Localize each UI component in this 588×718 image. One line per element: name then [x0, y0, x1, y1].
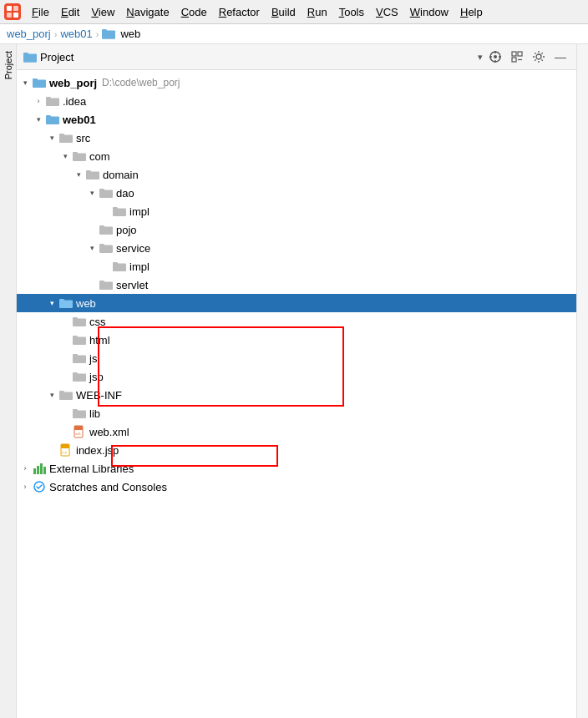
tree-label-service-impl: impl — [129, 260, 150, 273]
toggle-service[interactable]: ▾ — [85, 241, 99, 255]
menu-vcs[interactable]: VCS — [371, 4, 403, 20]
svg-rect-23 — [37, 466, 39, 474]
tree-label-servlet: servlet — [116, 279, 148, 291]
toggle-domain[interactable]: ▾ — [72, 168, 85, 181]
menu-build[interactable]: Build — [266, 4, 301, 20]
tree-label-webxml: web.xml — [89, 426, 129, 438]
tree-label-webinf: WEB-INF — [76, 389, 122, 402]
tree-label-web: web — [76, 297, 96, 310]
breadcrumb-item-webporj[interactable]: web_porj — [7, 28, 51, 40]
vertical-tab-project[interactable]: Project — [0, 44, 17, 718]
tree-label-service: service — [116, 242, 150, 255]
tree-label-src: src — [76, 132, 90, 144]
main-area: Project Project ▾ — [0, 44, 588, 718]
menu-help[interactable]: Help — [455, 4, 488, 20]
tree-item-webporj[interactable]: ▾ web_porj D:\code\web_porj — [17, 73, 576, 92]
tree-item-js[interactable]: › js — [17, 349, 576, 367]
folder-icon-servlet — [99, 277, 114, 292]
tree-label-pojo: pojo — [116, 224, 137, 236]
tree-label-jsp: jsp — [89, 371, 104, 383]
scratches-icon — [32, 479, 47, 494]
toggle-src[interactable]: ▾ — [45, 131, 58, 144]
menu-edit[interactable]: Edit — [56, 4, 84, 20]
folder-icon-web — [58, 296, 74, 311]
tree-item-external-libraries[interactable]: › External Libraries — [17, 459, 576, 478]
locate-icon-btn[interactable] — [486, 48, 504, 66]
tree-item-html[interactable]: › html — [17, 331, 576, 349]
folder-icon-com — [72, 149, 87, 164]
folder-icon-pojo — [99, 222, 114, 237]
svg-rect-13 — [512, 58, 516, 62]
locate-icon — [489, 50, 502, 63]
toggle-webporj[interactable]: ▾ — [18, 76, 32, 89]
menu-bar: File Edit View Navigate Code Refactor Bu… — [0, 0, 588, 24]
tree-label-domain: domain — [103, 169, 139, 181]
tree-item-dao[interactable]: ▾ dao — [17, 184, 576, 202]
menu-view[interactable]: View — [86, 4, 119, 20]
tree-item-web01[interactable]: ▾ web01 — [17, 110, 576, 129]
tree-path-webporj: D:\code\web_porj — [102, 77, 180, 88]
menu-code[interactable]: Code — [176, 4, 212, 20]
settings-btn[interactable] — [530, 48, 548, 66]
folder-icon-lib — [72, 406, 87, 421]
tree-label-web01: web01 — [63, 114, 96, 126]
toggle-dao[interactable]: ▾ — [85, 186, 99, 200]
tree-label-html: html — [89, 334, 110, 346]
panel-header: Project ▾ — [17, 44, 576, 70]
toggle-com[interactable]: ▾ — [58, 149, 72, 163]
toggle-scratches[interactable]: › — [18, 480, 32, 493]
tree-item-com[interactable]: ▾ com — [17, 147, 576, 165]
breadcrumb-item-web01[interactable]: web01 — [60, 28, 92, 40]
app-logo — [3, 3, 22, 21]
panel-dropdown[interactable]: ▾ — [478, 52, 483, 63]
tree-item-indexjsp[interactable]: › jsp index.jsp — [17, 441, 576, 459]
tree-item-idea[interactable]: › .idea — [17, 92, 576, 110]
menu-refactor[interactable]: Refactor — [214, 4, 265, 20]
svg-rect-22 — [33, 468, 36, 474]
menu-file[interactable]: File — [27, 4, 54, 20]
tree-label-lib: lib — [89, 407, 100, 420]
menu-tools[interactable]: Tools — [334, 4, 369, 20]
tree-item-scratches[interactable]: › Scratches and Consoles — [17, 478, 576, 496]
panel-folder-icon — [23, 52, 37, 63]
file-icon-webxml: xml — [72, 424, 87, 439]
svg-point-15 — [536, 54, 541, 59]
tree-item-pojo[interactable]: › pojo — [17, 220, 576, 239]
minimize-btn[interactable]: — — [551, 48, 570, 66]
folder-icon-dao — [99, 185, 114, 200]
tree-label-com: com — [89, 150, 110, 163]
tree-item-service[interactable]: ▾ service — [17, 239, 576, 257]
menu-window[interactable]: Window — [405, 4, 454, 20]
breadcrumb-item-web[interactable]: web — [120, 28, 140, 40]
toggle-idea[interactable]: › — [32, 94, 45, 108]
menu-navigate[interactable]: Navigate — [121, 4, 174, 20]
tree-label-idea: .idea — [63, 95, 86, 108]
tree-item-src[interactable]: ▾ src — [17, 129, 576, 147]
svg-rect-3 — [7, 13, 12, 18]
folder-icon-js — [72, 351, 87, 366]
toggle-web[interactable]: ▾ — [45, 296, 58, 310]
tree-item-lib[interactable]: › lib — [17, 404, 576, 422]
tree-item-webxml[interactable]: › xml web.xml — [17, 422, 576, 441]
svg-rect-25 — [43, 467, 46, 474]
tree-item-dao-impl[interactable]: › impl — [17, 202, 576, 220]
toggle-web01[interactable]: ▾ — [32, 113, 45, 126]
tree-item-css[interactable]: › css — [17, 312, 576, 331]
svg-text:xml: xml — [75, 432, 82, 436]
collapse-all-btn[interactable] — [508, 48, 526, 66]
tree-item-web[interactable]: ▾ web — [17, 294, 576, 312]
tree-item-jsp[interactable]: › jsp — [17, 367, 576, 386]
toggle-external-libraries[interactable]: › — [18, 462, 32, 475]
bar-chart-icon — [32, 461, 47, 476]
svg-rect-24 — [40, 463, 43, 474]
tree-item-webinf[interactable]: ▾ WEB-INF — [17, 386, 576, 404]
panel-icon-group: — — [486, 48, 570, 66]
toggle-webinf[interactable]: ▾ — [45, 388, 58, 402]
tree-label-dao: dao — [116, 187, 134, 200]
tree-item-domain[interactable]: ▾ domain — [17, 165, 576, 184]
tree-item-service-impl[interactable]: › impl — [17, 257, 576, 276]
scrollbar[interactable] — [576, 44, 588, 718]
tree-label-js: js — [89, 352, 97, 365]
menu-run[interactable]: Run — [302, 4, 332, 20]
tree-item-servlet[interactable]: › servlet — [17, 276, 576, 294]
